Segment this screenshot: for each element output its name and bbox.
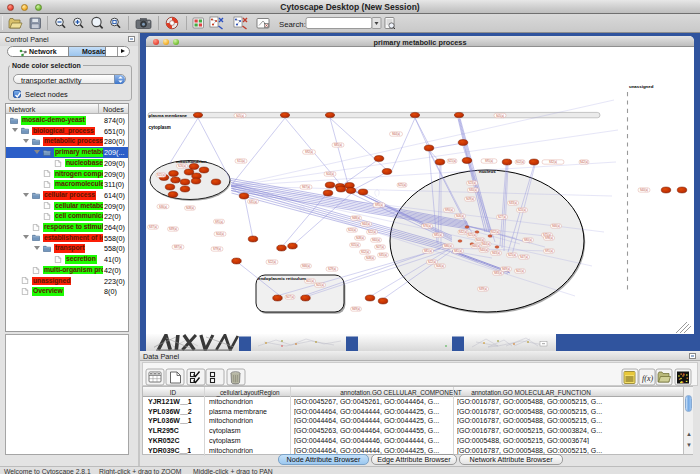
svg-text:S07(a): S07(a) — [376, 245, 384, 249]
svg-text:S64(a): S64(a) — [362, 222, 370, 226]
svg-text:S27(a): S27(a) — [498, 215, 506, 219]
svg-text:S66(a): S66(a) — [472, 244, 480, 248]
svg-text:S04(a): S04(a) — [216, 232, 224, 236]
svg-text:S98(a): S98(a) — [545, 236, 553, 240]
svg-text:cytoplasm: cytoplasm — [149, 125, 171, 130]
svg-text:S37(a): S37(a) — [149, 225, 157, 229]
svg-text:Search:: Search: — [279, 20, 306, 29]
svg-text:S68(a): S68(a) — [352, 216, 360, 220]
svg-text:S81(a): S81(a) — [454, 249, 462, 253]
svg-text:S85(a): S85(a) — [434, 233, 442, 237]
svg-text:S64(a): S64(a) — [392, 132, 400, 136]
svg-text:S60(a): S60(a) — [372, 238, 380, 242]
svg-text:S85(a): S85(a) — [334, 143, 342, 147]
svg-text:S64(a): S64(a) — [482, 242, 490, 246]
svg-text:plasma membrane: plasma membrane — [149, 113, 188, 118]
svg-text:S91(a): S91(a) — [485, 159, 493, 163]
svg-text:S20(a): S20(a) — [518, 208, 526, 212]
svg-text:S04(a): S04(a) — [326, 172, 334, 176]
svg-text:S22(a): S22(a) — [368, 230, 376, 234]
svg-text:S35(a): S35(a) — [379, 253, 387, 257]
svg-text:S69(a): S69(a) — [352, 307, 360, 311]
svg-text:S29(a): S29(a) — [328, 267, 336, 271]
svg-text:S91(a): S91(a) — [545, 249, 553, 253]
svg-text:S90(a): S90(a) — [445, 208, 453, 212]
svg-text:nucleus: nucleus — [479, 169, 496, 174]
svg-text:S39(a): S39(a) — [479, 287, 487, 291]
svg-text:S25(a): S25(a) — [468, 233, 476, 237]
svg-text:S05(a): S05(a) — [316, 283, 324, 287]
svg-text:S06(a): S06(a) — [456, 214, 464, 218]
svg-text:S00(a): S00(a) — [476, 238, 484, 242]
svg-text:S33(a): S33(a) — [509, 201, 517, 205]
svg-text:S81(a): S81(a) — [424, 249, 432, 253]
svg-text:S09(a): S09(a) — [466, 197, 474, 201]
svg-text:S69(a): S69(a) — [502, 267, 510, 271]
svg-text:S92(a): S92(a) — [305, 150, 313, 154]
svg-text:S02(a): S02(a) — [516, 160, 524, 164]
svg-text:S91(a): S91(a) — [215, 220, 223, 224]
svg-text:S26(a): S26(a) — [178, 164, 186, 168]
svg-text:S66(a): S66(a) — [302, 264, 310, 268]
svg-text:S31(a): S31(a) — [249, 200, 257, 204]
svg-text:S25(a): S25(a) — [398, 183, 406, 187]
svg-text:S55(a): S55(a) — [351, 243, 359, 247]
svg-text:S32(a): S32(a) — [459, 230, 467, 234]
svg-text:S76(a): S76(a) — [423, 224, 431, 228]
svg-text:S40(a): S40(a) — [640, 188, 648, 192]
svg-text:S87(a): S87(a) — [174, 245, 182, 249]
svg-text:S32(a): S32(a) — [549, 160, 557, 164]
svg-text:S42(a): S42(a) — [580, 160, 588, 164]
svg-text:S20(a): S20(a) — [348, 228, 356, 232]
svg-text:mitochondrion: mitochondrion — [176, 159, 207, 164]
svg-text:S80(a): S80(a) — [524, 238, 532, 242]
svg-text:S08(a): S08(a) — [366, 256, 374, 260]
svg-text:S66(a): S66(a) — [552, 224, 560, 228]
svg-text:S52(a): S52(a) — [491, 230, 499, 234]
svg-text:S23(a): S23(a) — [468, 181, 476, 185]
svg-text:S01(a): S01(a) — [516, 269, 524, 273]
svg-text:S79(a): S79(a) — [213, 247, 221, 251]
svg-text:S15(a): S15(a) — [157, 173, 165, 177]
svg-text:S67(a): S67(a) — [302, 185, 310, 189]
svg-text:S86(a): S86(a) — [444, 244, 452, 248]
svg-text:S06(a): S06(a) — [436, 264, 444, 268]
svg-text:S21(a): S21(a) — [448, 159, 456, 163]
svg-text:S01(a): S01(a) — [306, 279, 314, 283]
svg-text:S25(a): S25(a) — [508, 253, 516, 257]
svg-text:S36(a): S36(a) — [159, 205, 167, 209]
svg-text:S08(a): S08(a) — [186, 206, 194, 210]
svg-text:S40(a): S40(a) — [480, 248, 488, 252]
svg-text:S47(a): S47(a) — [520, 255, 528, 259]
svg-text:S30(a): S30(a) — [469, 188, 477, 192]
svg-text:S05(a): S05(a) — [236, 114, 244, 118]
svg-text:S22(a): S22(a) — [268, 260, 276, 264]
svg-text:unassigned: unassigned — [629, 84, 654, 89]
svg-text:S39(a): S39(a) — [169, 227, 177, 231]
svg-text:S22(a): S22(a) — [428, 260, 436, 264]
svg-text:S05(a): S05(a) — [496, 114, 504, 118]
svg-text:S52(a): S52(a) — [361, 250, 369, 254]
svg-text:S08(a): S08(a) — [356, 236, 364, 240]
svg-text:S63(a): S63(a) — [492, 251, 500, 255]
svg-text:endoplasmic reticulum: endoplasmic reticulum — [258, 276, 306, 281]
svg-text:S95(a): S95(a) — [375, 203, 383, 207]
svg-text:S11(a): S11(a) — [237, 159, 245, 163]
svg-text:f(x): f(x) — [642, 374, 653, 383]
svg-text:S07(a): S07(a) — [286, 295, 294, 299]
svg-text:S83(a): S83(a) — [494, 271, 502, 275]
